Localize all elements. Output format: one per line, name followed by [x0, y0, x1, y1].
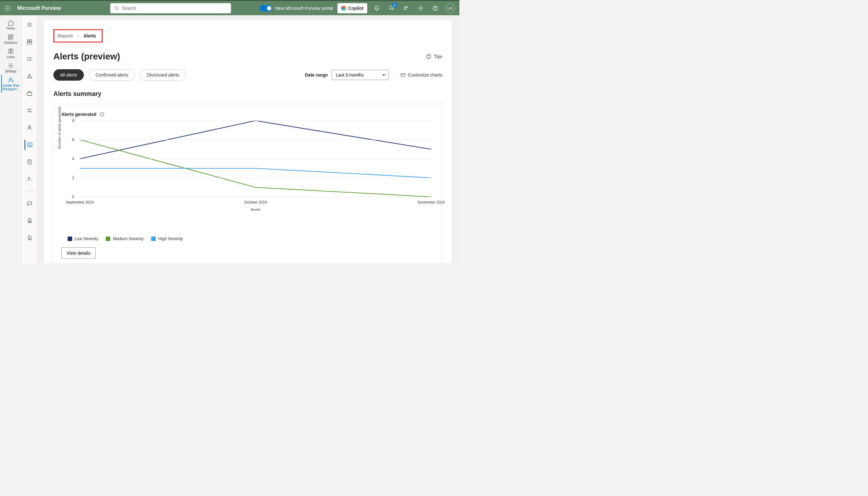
svg-point-31 [28, 60, 28, 61]
top-header: Microsoft Purview New Microsoft Purview … [0, 0, 459, 15]
users-icon[interactable] [25, 123, 35, 133]
pill-dismissed-alerts[interactable]: Dismissed alerts [140, 69, 186, 81]
copilot-icon [341, 6, 346, 11]
svg-point-55 [102, 113, 102, 114]
page-title: Alerts (preview) [54, 51, 120, 62]
customize-label: Customize charts [408, 73, 442, 77]
svg-point-0 [5, 6, 6, 7]
settings-icon[interactable] [415, 3, 426, 13]
legend-swatch [68, 236, 72, 241]
svg-point-35 [28, 109, 29, 110]
svg-point-12 [407, 6, 408, 7]
svg-rect-26 [27, 42, 32, 44]
doc-lock-icon[interactable] [25, 233, 35, 243]
nav-home[interactable]: Home [1, 18, 20, 32]
chart-legend: Low SeverityMedium SeverityHigh Severity [68, 236, 434, 241]
alerts-generated-chart: Alerts generated Number of alerts genera… [54, 104, 442, 263]
svg-point-38 [29, 126, 30, 128]
main-content: Reports › Alerts Alerts (preview) Tips A… [37, 15, 459, 263]
y-tick: 8 [72, 119, 74, 123]
lock-file-icon[interactable] [25, 216, 35, 226]
svg-point-50 [429, 58, 429, 58]
svg-line-10 [117, 9, 118, 10]
help-icon[interactable] [430, 3, 440, 13]
alerts-nav-icon[interactable] [25, 71, 35, 81]
date-range-select[interactable]: Last 3 months [332, 70, 389, 80]
notifications-icon[interactable] [372, 3, 382, 13]
svg-rect-24 [27, 40, 29, 42]
legend-swatch [106, 236, 110, 241]
nav-divider [26, 191, 34, 191]
breadcrumb-reports[interactable]: Reports [58, 33, 73, 38]
user-avatar[interactable]: LA [445, 3, 455, 13]
nav-solutions-label: Solutions [4, 41, 17, 44]
copilot-label: Copilot [348, 6, 364, 11]
x-tick: November 2024 [417, 200, 444, 204]
people-icon[interactable] [401, 3, 411, 13]
cases-icon[interactable] [25, 88, 35, 98]
svg-point-20 [10, 78, 12, 80]
y-axis-title: Number of alerts generated [58, 106, 61, 149]
legend-item: Low Severity [68, 236, 98, 241]
search-box[interactable] [110, 3, 231, 13]
customize-charts-button[interactable]: Customize charts [400, 73, 442, 77]
gridline [80, 197, 431, 197]
app-launcher-icon[interactable] [0, 1, 15, 15]
reports-icon[interactable] [25, 140, 35, 150]
evidence-icon[interactable] [25, 157, 35, 167]
alerts-badge: 1 [392, 2, 397, 7]
svg-point-9 [115, 7, 118, 10]
svg-point-37 [30, 111, 30, 112]
portal-toggle[interactable] [260, 5, 272, 12]
svg-point-27 [28, 58, 28, 58]
y-tick: 6 [72, 138, 74, 142]
secondary-nav-rail [21, 15, 37, 263]
svg-point-7 [7, 10, 8, 11]
svg-point-15 [435, 9, 436, 10]
chat-icon[interactable] [25, 199, 35, 208]
svg-point-4 [7, 7, 8, 9]
svg-point-13 [420, 7, 422, 9]
svg-rect-25 [30, 40, 31, 42]
svg-point-8 [9, 10, 10, 11]
portal-toggle-label: New Microsoft Purview portal [275, 6, 333, 11]
svg-point-1 [7, 6, 8, 7]
svg-rect-47 [29, 221, 30, 222]
search-icon [114, 6, 119, 11]
gridline [80, 178, 431, 178]
overview-icon[interactable] [25, 37, 35, 47]
nav-settings[interactable]: Settings [1, 61, 20, 75]
svg-point-3 [5, 7, 6, 9]
svg-point-46 [28, 177, 30, 179]
filters-icon[interactable] [25, 105, 35, 115]
copilot-button[interactable]: Copilot [337, 3, 367, 13]
svg-point-6 [5, 10, 6, 11]
nav-insider-risk[interactable]: Insider Risk Managem... [1, 75, 20, 93]
search-input[interactable] [122, 6, 227, 11]
date-range-label: Date range [305, 73, 328, 77]
alerts-icon[interactable]: 1 [386, 3, 396, 13]
chart-title: Alerts generated [61, 112, 96, 117]
nav-solutions[interactable]: Solutions [1, 32, 20, 46]
view-details-button[interactable]: View details [61, 247, 96, 259]
section-title: Alerts summary [54, 90, 442, 97]
x-tick: October 2024 [244, 200, 267, 204]
svg-point-2 [9, 6, 10, 7]
breadcrumb-current: Alerts [83, 33, 96, 38]
collapse-menu-icon[interactable] [25, 20, 35, 30]
svg-rect-16 [8, 35, 11, 37]
audit-icon[interactable] [25, 174, 35, 184]
primary-nav-rail: Home Solutions Learn Settings Insider Ri… [0, 15, 21, 263]
pill-all-alerts[interactable]: All alerts [54, 69, 84, 81]
svg-point-11 [405, 6, 406, 8]
list-icon[interactable] [25, 54, 35, 64]
y-tick: 0 [72, 195, 74, 199]
pill-confirmed-alerts[interactable]: Confirmed alerts [89, 69, 135, 81]
x-axis-title: Month [251, 208, 260, 212]
svg-point-19 [10, 65, 12, 67]
legend-swatch [151, 236, 156, 241]
nav-learn[interactable]: Learn [1, 46, 20, 61]
tips-button[interactable]: Tips [426, 54, 442, 59]
info-icon[interactable] [100, 112, 105, 117]
date-range-value: Last 3 months [336, 73, 364, 77]
